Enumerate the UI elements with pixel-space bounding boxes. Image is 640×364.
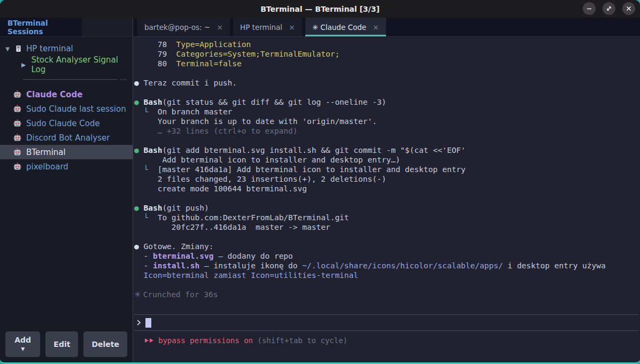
session-label: Sudo Claude Code [26, 119, 100, 128]
terminal-line: … +32 lines (ctrl+o to expand) [134, 126, 640, 136]
titlebar[interactable]: BTerminal — BTerminal [3/3] [0, 0, 640, 18]
sessions-panel-tab[interactable]: BTerminal Sessions [0, 18, 82, 36]
divider-line [23, 79, 118, 80]
terminal-line: ● Bash(git add bterminal.svg install.sh … [134, 145, 640, 155]
play-icon: ▶ [21, 61, 26, 68]
tree-item-label: Stock Analyser Signal Log [31, 55, 133, 74]
chevron-down-icon[interactable]: ▼ [4, 46, 11, 52]
sidebar-divider: ⋯ [23, 78, 127, 81]
terminal-line: ● Teraz commit i push. [134, 78, 640, 88]
tab-label: bartek@pop-os: ~ [144, 23, 210, 32]
tree-item-stock-analyser-signal-log[interactable]: ▶ Stock Analyser Signal Log [0, 57, 133, 72]
terminal-line: - bterminal.svg — dodany do repo [134, 251, 640, 261]
computer-tower-icon [15, 44, 22, 53]
delete-button[interactable]: Delete [83, 331, 127, 357]
edit-button[interactable]: Edit [45, 331, 78, 357]
terminal-line [134, 193, 640, 203]
add-button[interactable]: Add ▾ [5, 331, 40, 357]
sidebar-header: BTerminal Sessions [0, 18, 133, 37]
session-label: pixelboard [26, 162, 68, 172]
minimize-icon [585, 5, 593, 12]
terminal-line: ✳ Crunched for 36s [134, 290, 640, 299]
terminal-line: Your branch is up to date with 'origin/m… [134, 117, 640, 126]
tab-close-icon[interactable]: × [217, 23, 223, 32]
permissions-status-bar[interactable]: bypass permissions on (shift+tab to cycl… [134, 336, 640, 345]
close-icon [625, 5, 633, 12]
robot-icon [13, 119, 21, 128]
terminal-line: 20fc27f..416da1a master -> master [134, 222, 640, 232]
terminal-line: ● Gotowe. Zmiany: [134, 242, 640, 251]
sidebar-buttons: Add ▾ Edit Delete [0, 326, 133, 362]
sessions-tree: ▼ HP terminal ▶ Stock Analyser Signal Lo… [0, 37, 133, 174]
terminal-line: └ [master 416da1a] Add bterminal icon to… [134, 165, 640, 174]
terminal-line [134, 232, 640, 242]
sessions-panel-label: BTerminal Sessions [7, 19, 82, 36]
tab-bartek-pop-os[interactable]: bartek@pop-os: ~× [137, 18, 230, 36]
terminal-line [134, 88, 640, 97]
terminal-line: 80 Terminal=false [134, 59, 640, 68]
text-cursor [145, 318, 151, 328]
terminal-line: ● Bash(git push) [134, 203, 640, 213]
terminal-line: 78 Type=Application [134, 40, 640, 49]
tab-bar: bartek@pop-os: ~×HP terminal×✳ Claude Co… [133, 18, 640, 37]
terminal-screen[interactable]: 78 Type=Application 79 Categories=System… [133, 37, 640, 362]
sidebar-item-sudo-claude-last-session[interactable]: Sudo Claude last session [0, 102, 133, 116]
tab-label: HP terminal [240, 23, 282, 32]
sidebar-item-claude-code[interactable]: Claude Code [0, 87, 133, 102]
terminal-pane: bartek@pop-os: ~×HP terminal×✳ Claude Co… [133, 18, 640, 362]
terminal-output: 78 Type=Application 79 Categories=System… [134, 40, 640, 299]
window-title: BTerminal — BTerminal [3/3] [260, 5, 380, 13]
terminal-line: ● Bash(git status && git diff && git log… [134, 97, 640, 107]
sessions-sidebar: BTerminal Sessions ▼ HP terminal ▶ [0, 18, 133, 362]
permissions-hint-text [253, 336, 257, 345]
robot-icon [13, 90, 21, 99]
bterminal-window: BTerminal — BTerminal [3/3] BTerminal Se… [0, 0, 640, 364]
robot-icon [13, 148, 21, 157]
maximize-icon [605, 5, 613, 12]
close-button[interactable] [622, 2, 635, 15]
robot-icon [13, 134, 21, 142]
robot-icon [13, 162, 21, 171]
tab-label: ✳ Claude Code [312, 23, 366, 32]
tab-claude-code[interactable]: ✳ Claude Code× [305, 18, 386, 36]
session-label: Discord Bot Analyser [26, 133, 110, 143]
fast-forward-icon [145, 338, 149, 343]
session-label: Claude Code [26, 90, 82, 99]
session-list: Claude CodeSudo Claude last sessionSudo … [0, 87, 133, 174]
tab-close-icon[interactable]: × [289, 23, 295, 32]
terminal-line: Add bterminal icon to installer and desk… [134, 155, 640, 165]
minimize-button[interactable] [583, 2, 596, 15]
terminal-line [134, 68, 640, 78]
terminal-line [134, 136, 640, 145]
maximize-button[interactable] [603, 2, 615, 15]
fast-forward-icon [150, 338, 153, 343]
terminal-line: └ To github.com:DexterFromLab/BTerminal.… [134, 213, 640, 222]
sidebar-item-sudo-claude-code[interactable]: Sudo Claude Code [0, 116, 133, 130]
terminal-line: 2 files changed, 23 insertions(+), 2 del… [134, 174, 640, 184]
sidebar-item-bterminal[interactable]: BTerminal [0, 145, 133, 159]
terminal-line: └ On branch master [134, 107, 640, 117]
robot-icon [13, 105, 21, 113]
terminal-line: Icon=bterminal zamiast Icon=utilities-te… [134, 270, 640, 280]
sidebar-item-discord-bot-analyser[interactable]: Discord Bot Analyser [0, 130, 133, 145]
sidebar-item-pixelboard[interactable]: pixelboard [0, 159, 133, 174]
tab-hp-terminal[interactable]: HP terminal× [233, 18, 302, 36]
terminal-line: create mode 100644 bterminal.svg [134, 184, 640, 193]
window-body: BTerminal Sessions ▼ HP terminal ▶ [0, 18, 640, 362]
session-label: BTerminal [26, 148, 66, 157]
claude-prompt-input[interactable] [134, 314, 639, 331]
tree-item-hp-terminal[interactable]: ▼ HP terminal [0, 41, 133, 56]
tab-close-icon[interactable]: × [373, 23, 379, 32]
terminal-line: - install.sh — instaluje ikonę do ~/.loc… [134, 261, 640, 270]
permissions-cycle-hint: (shift+tab to cycle) [257, 336, 348, 345]
permissions-mode-text: bypass permissions on [158, 336, 253, 345]
session-label: Sudo Claude last session [26, 104, 126, 114]
tree-item-label: HP terminal [26, 44, 73, 53]
terminal-line: 79 Categories=System;TerminalEmulator; [134, 49, 640, 59]
window-controls [583, 2, 635, 15]
prompt-chevron-icon [136, 319, 142, 327]
divider-dots: ⋯ [120, 78, 127, 81]
terminal-line [134, 280, 640, 290]
